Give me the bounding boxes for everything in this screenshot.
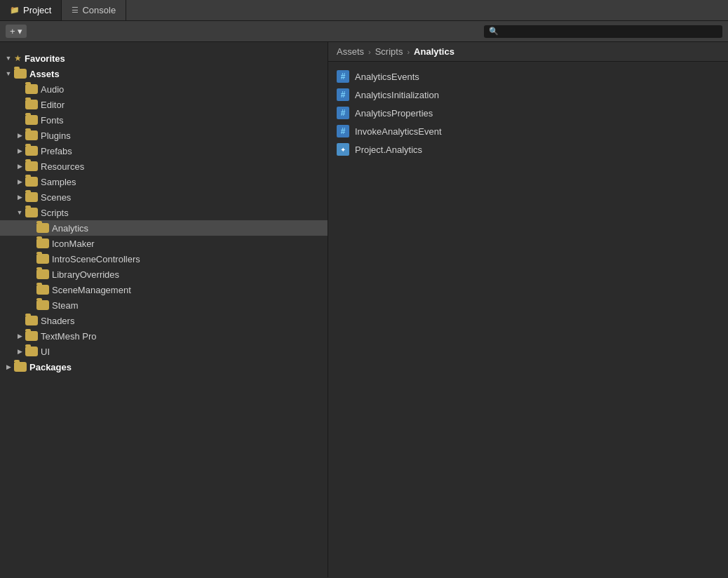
search-box[interactable]: 🔍 bbox=[484, 25, 722, 38]
textmeshpro-arrow bbox=[14, 332, 25, 340]
samples-folder-icon bbox=[25, 177, 38, 187]
tree-item-steam[interactable]: Steam bbox=[0, 297, 328, 313]
tree-item-editor[interactable]: Editor bbox=[0, 97, 328, 112]
cs-icon-analyticsprops bbox=[337, 107, 349, 119]
favorites-star-icon: ★ bbox=[14, 53, 22, 63]
tree-item-assets[interactable]: Assets bbox=[0, 66, 328, 81]
tree-item-libraryoverrides[interactable]: LibraryOverrides bbox=[0, 267, 328, 282]
tree-item-scenemanagement[interactable]: SceneManagement bbox=[0, 282, 328, 297]
plugins-folder-icon bbox=[25, 130, 38, 140]
samples-label: Samples bbox=[41, 177, 76, 187]
editor-label: Editor bbox=[41, 100, 65, 110]
file-item-analyticsevents[interactable]: AnalyticsEvents bbox=[328, 67, 728, 86]
tree-item-packages[interactable]: Packages bbox=[0, 359, 328, 375]
breadcrumb-sep-2: › bbox=[407, 48, 410, 56]
ui-label: UI bbox=[41, 347, 50, 357]
cs-icon-analyticsevents bbox=[337, 70, 349, 83]
scenemanagement-label: SceneManagement bbox=[52, 285, 131, 295]
search-icon: 🔍 bbox=[489, 27, 499, 36]
tab-console-label: Console bbox=[82, 5, 116, 15]
cs-icon-analyticsinit bbox=[337, 88, 349, 101]
tree-item-shaders[interactable]: Shaders bbox=[0, 313, 328, 328]
scenes-label: Scenes bbox=[41, 192, 71, 203]
packages-label: Packages bbox=[29, 362, 72, 372]
file-item-invokeanalytics[interactable]: InvokeAnalyticsEvent bbox=[328, 122, 728, 140]
tree-item-ui[interactable]: UI bbox=[0, 344, 328, 359]
ui-arrow bbox=[14, 348, 25, 355]
file-item-analyticsinit[interactable]: AnalyticsInitialization bbox=[328, 86, 728, 104]
iconmaker-folder-icon bbox=[36, 238, 49, 248]
console-tab-icon: ☰ bbox=[72, 6, 79, 15]
analytics-folder-icon bbox=[36, 223, 49, 233]
tab-project[interactable]: 📁 Project bbox=[0, 0, 62, 20]
tree-item-audio[interactable]: Audio bbox=[0, 81, 328, 97]
steam-folder-icon bbox=[36, 300, 49, 310]
scripts-folder-icon bbox=[25, 208, 38, 217]
tab-project-label: Project bbox=[23, 5, 51, 15]
fonts-folder-icon bbox=[25, 115, 38, 125]
prefabs-folder-icon bbox=[25, 146, 38, 156]
packages-folder-icon bbox=[14, 362, 27, 372]
assets-arrow bbox=[3, 70, 14, 77]
textmeshpro-folder-icon bbox=[25, 331, 38, 341]
assets-folder-icon bbox=[14, 69, 27, 79]
iconmaker-label: IconMaker bbox=[52, 238, 95, 249]
file-name-analyticsinit: AnalyticsInitialization bbox=[355, 90, 439, 100]
resources-arrow bbox=[14, 163, 25, 170]
samples-arrow bbox=[14, 178, 25, 185]
audio-label: Audio bbox=[41, 84, 64, 95]
packages-arrow bbox=[3, 363, 14, 370]
tree-item-samples[interactable]: Samples bbox=[0, 174, 328, 189]
file-name-analyticsevents: AnalyticsEvents bbox=[355, 72, 419, 82]
tree-item-favorites[interactable]: ★ Favorites bbox=[0, 51, 328, 66]
main-area: ★ Favorites Assets Audio Editor bbox=[0, 42, 728, 577]
prefabs-arrow bbox=[14, 147, 25, 154]
fonts-label: Fonts bbox=[41, 115, 64, 126]
file-name-invokeanalytics: InvokeAnalyticsEvent bbox=[355, 126, 442, 137]
breadcrumb-analytics[interactable]: Analytics bbox=[414, 46, 454, 57]
tree-item-analytics[interactable]: Analytics bbox=[0, 220, 328, 236]
left-panel: ★ Favorites Assets Audio Editor bbox=[0, 42, 328, 577]
project-tab-icon: 📁 bbox=[10, 6, 20, 15]
tree-item-prefabs[interactable]: Prefabs bbox=[0, 143, 328, 159]
plugins-label: Plugins bbox=[41, 130, 71, 141]
file-item-projectanalytics[interactable]: ✦ Project.Analytics bbox=[328, 140, 728, 159]
tree-item-textmeshpro[interactable]: TextMesh Pro bbox=[0, 328, 328, 344]
breadcrumb-sep-1: › bbox=[368, 48, 371, 56]
plugins-arrow bbox=[14, 132, 25, 139]
tree-item-fonts[interactable]: Fonts bbox=[0, 112, 328, 128]
scenemanagement-folder-icon bbox=[36, 285, 49, 295]
tree-item-introscene[interactable]: IntroSceneControllers bbox=[0, 251, 328, 267]
tree-item-scenes[interactable]: Scenes bbox=[0, 189, 328, 205]
tree-item-resources[interactable]: Resources bbox=[0, 159, 328, 174]
add-button[interactable]: + ▾ bbox=[6, 25, 27, 38]
resources-label: Resources bbox=[41, 161, 84, 172]
file-item-analyticsprops[interactable]: AnalyticsProperties bbox=[328, 104, 728, 122]
scenes-arrow bbox=[14, 194, 25, 201]
scripts-label: Scripts bbox=[41, 208, 69, 218]
analytics-label: Analytics bbox=[52, 223, 88, 234]
add-button-label: + ▾ bbox=[10, 26, 22, 36]
project-tree: ★ Favorites Assets Audio Editor bbox=[0, 45, 328, 380]
tree-item-plugins[interactable]: Plugins bbox=[0, 128, 328, 143]
assets-label: Assets bbox=[29, 69, 60, 79]
breadcrumb-scripts[interactable]: Scripts bbox=[375, 46, 403, 57]
search-input[interactable] bbox=[502, 27, 717, 36]
ui-folder-icon bbox=[25, 347, 38, 356]
tree-item-scripts[interactable]: Scripts bbox=[0, 205, 328, 220]
introscene-folder-icon bbox=[36, 254, 49, 264]
breadcrumb: Assets › Scripts › Analytics bbox=[328, 42, 728, 62]
textmeshpro-label: TextMesh Pro bbox=[41, 331, 96, 342]
shaders-label: Shaders bbox=[41, 316, 74, 326]
editor-folder-icon bbox=[25, 100, 38, 109]
breadcrumb-assets[interactable]: Assets bbox=[337, 46, 364, 57]
file-name-projectanalytics: Project.Analytics bbox=[355, 144, 422, 155]
favorites-label: Favorites bbox=[25, 53, 65, 64]
tab-bar: 📁 Project ☰ Console bbox=[0, 0, 728, 21]
favorites-arrow bbox=[3, 55, 14, 62]
tab-console[interactable]: ☰ Console bbox=[62, 0, 126, 20]
libraryoverrides-folder-icon bbox=[36, 269, 49, 279]
tree-item-iconmaker[interactable]: IconMaker bbox=[0, 236, 328, 251]
introscene-label: IntroSceneControllers bbox=[52, 254, 140, 264]
scripts-arrow bbox=[14, 209, 25, 216]
